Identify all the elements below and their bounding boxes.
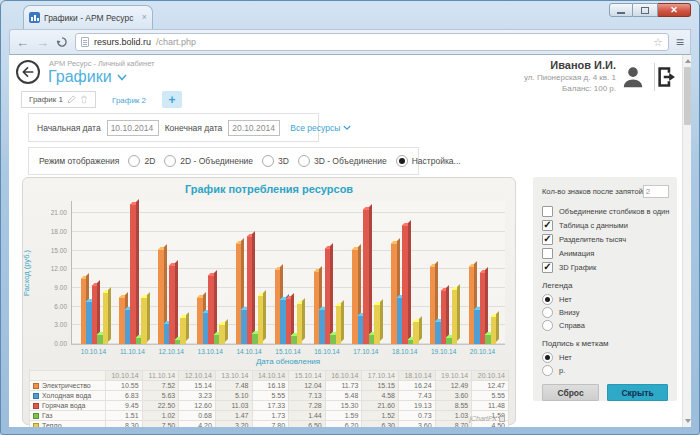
browser-tab[interactable]: Графики - АРМ Ресурс ×: [23, 5, 153, 29]
bar[interactable]: [413, 322, 419, 344]
reset-button[interactable]: Сброс: [542, 384, 599, 401]
user-address: ул. Пионерская д. 4 кв. 1: [524, 73, 616, 82]
mode-option-3d[interactable]: 3D: [262, 155, 289, 167]
series-name: Электричество: [42, 382, 91, 389]
value-cell: 22.50: [142, 401, 179, 411]
breadcrumb: АРМ Ресурс - Личный кабинет: [49, 59, 155, 68]
tab-chart-1[interactable]: График 1: [21, 91, 96, 108]
radio-icon[interactable]: [262, 155, 274, 167]
bar[interactable]: [130, 204, 136, 344]
edit-pencil-icon[interactable]: [67, 95, 76, 104]
mode-option-custom[interactable]: Настройка...: [396, 155, 461, 167]
bar[interactable]: [491, 316, 497, 344]
back-button[interactable]: [16, 60, 40, 84]
value-cell: 3.60: [435, 391, 472, 401]
bar[interactable]: [219, 324, 225, 344]
radio-icon[interactable]: [396, 155, 408, 167]
address-bar[interactable]: resurs.bolid.ru /chart.php ☆: [75, 33, 669, 51]
value-cell: 7.80: [252, 421, 289, 428]
checkbox-icon[interactable]: ✓: [542, 220, 553, 231]
checkbox-data-table[interactable]: ✓Таблица с данными: [542, 218, 668, 232]
logout-icon[interactable]: [654, 64, 680, 90]
bar[interactable]: [325, 249, 331, 344]
bar[interactable]: [180, 318, 186, 344]
forward-nav-icon[interactable]: →: [36, 36, 49, 49]
mark-option-rub[interactable]: р.: [542, 364, 668, 377]
table-date-header: 16.10.14: [325, 371, 362, 381]
checkbox-animation[interactable]: Анимация: [542, 246, 668, 260]
radio-icon[interactable]: [542, 307, 553, 318]
legend-color-swatch: [33, 383, 39, 389]
decimals-input[interactable]: [643, 185, 669, 198]
legend-option-none[interactable]: Нет: [542, 293, 668, 306]
bar[interactable]: [169, 266, 175, 344]
radio-icon[interactable]: [164, 155, 176, 167]
checkbox-thousands-separator[interactable]: ✓Разделитель тысяч: [542, 232, 668, 246]
legend-cell: Газ: [30, 411, 106, 421]
bar[interactable]: [402, 225, 408, 344]
bar[interactable]: [452, 290, 458, 344]
back-nav-icon[interactable]: ←: [16, 36, 29, 49]
bar[interactable]: [141, 297, 147, 344]
radio-icon[interactable]: [128, 155, 140, 167]
user-profile-icon[interactable]: [620, 64, 646, 90]
refresh-icon[interactable]: [56, 36, 68, 48]
bar[interactable]: [247, 236, 253, 344]
maximize-button[interactable]: [633, 3, 658, 17]
bookmark-star-icon[interactable]: ☆: [653, 37, 663, 48]
table-row: Холодная вода6.835.633.235.105.557.135.4…: [30, 391, 509, 401]
radio-dot: [399, 158, 405, 164]
page-title[interactable]: Графики: [48, 68, 127, 86]
checkbox-icon[interactable]: [542, 248, 553, 259]
mode-option-3d-union[interactable]: 3D - Объединение: [298, 155, 387, 167]
bar[interactable]: [103, 292, 109, 344]
window-close-button[interactable]: ✕: [658, 3, 691, 17]
radio-label: Справа: [559, 321, 585, 330]
add-chart-tab-button[interactable]: +: [162, 91, 182, 108]
all-resources-link[interactable]: Все ресурсы: [290, 123, 351, 133]
chevron-down-icon[interactable]: [117, 74, 127, 81]
scroll-down-arrow-icon[interactable]: [685, 419, 691, 423]
bar[interactable]: [208, 275, 214, 344]
radio-icon[interactable]: [542, 294, 553, 305]
checkbox-icon[interactable]: ✓: [542, 234, 553, 245]
legend-option-right[interactable]: Справа: [542, 319, 668, 332]
x-tick-label: 15.10.14: [269, 348, 308, 355]
radio-icon[interactable]: [542, 365, 553, 376]
minimize-button[interactable]: [609, 3, 633, 17]
radio-icon[interactable]: [298, 155, 310, 167]
mode-option-2d-union[interactable]: 2D - Объединение: [164, 155, 253, 167]
user-name: Иванов И.И.: [524, 59, 616, 71]
value-cell: 4.58: [362, 391, 399, 401]
browser-menu-icon[interactable]: ≡: [676, 35, 684, 49]
tab-close-icon[interactable]: ×: [142, 13, 147, 22]
bar[interactable]: [336, 305, 342, 344]
checkbox-3d-graph[interactable]: ✓3D График: [542, 260, 668, 274]
end-date-input[interactable]: [228, 120, 280, 136]
checkbox-merge-bars[interactable]: Объединение столбиков в один: [542, 204, 668, 218]
bar[interactable]: [363, 210, 369, 344]
value-cell: 16.24: [399, 381, 436, 391]
delete-trash-icon[interactable]: [80, 95, 88, 104]
legend-option-bottom[interactable]: Внизу: [542, 306, 668, 319]
scrollbar-thumb[interactable]: [684, 67, 691, 125]
bar[interactable]: [374, 305, 380, 344]
tab-chart-2[interactable]: График 2: [105, 93, 153, 108]
bar[interactable]: [258, 296, 264, 344]
checkbox-icon[interactable]: ✓: [542, 262, 553, 273]
value-cell: 9.45: [106, 401, 143, 411]
bar-group: [463, 201, 502, 344]
mode-option-2d[interactable]: 2D: [128, 155, 155, 167]
page-scrollbar[interactable]: [682, 55, 691, 427]
radio-icon[interactable]: [542, 320, 553, 331]
hide-button[interactable]: Скрыть: [607, 384, 668, 401]
tab-chart-2-label: График 2: [112, 96, 146, 105]
scroll-up-arrow-icon[interactable]: [685, 59, 691, 63]
value-cell: 12.47: [472, 381, 509, 391]
value-cell: 6.50: [289, 421, 326, 428]
radio-icon[interactable]: [542, 352, 553, 363]
start-date-input[interactable]: [107, 120, 159, 136]
checkbox-icon[interactable]: [542, 206, 553, 217]
bar[interactable]: [297, 304, 303, 344]
mark-option-none[interactable]: Нет: [542, 351, 668, 364]
